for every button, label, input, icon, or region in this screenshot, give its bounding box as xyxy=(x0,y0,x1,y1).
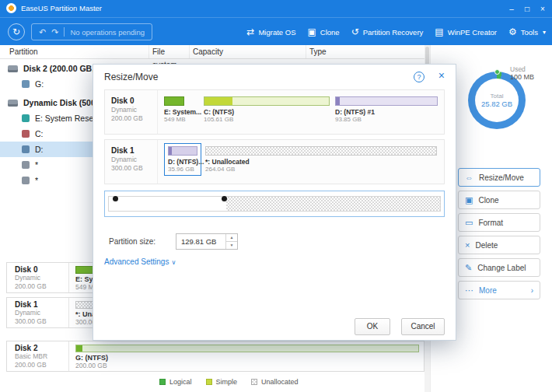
partition-size: 93.85 GB xyxy=(335,116,439,123)
disk-info: Disk 1 Dynamic 300.00 GB xyxy=(105,140,158,184)
clone-label: Clone xyxy=(320,28,340,37)
tools-label: Tools xyxy=(521,28,538,37)
partition-e[interactable]: E: System... 549 MB xyxy=(164,96,200,123)
toolbar-actions: ⇄ Migrate OS ▣ Clone ↺ Partition Recover… xyxy=(246,18,546,46)
tree-label: D: xyxy=(35,145,44,154)
table-header: Partition File system Capacity Type xyxy=(0,45,430,59)
clone-icon: ▣ xyxy=(465,196,473,205)
button-label: More xyxy=(479,286,497,295)
disk-info: Disk 0 Dynamic 200.00 GB xyxy=(105,90,158,134)
used-label: Used xyxy=(510,65,534,73)
partition-recovery-button[interactable]: ↺ Partition Recovery xyxy=(351,27,424,37)
cancel-button[interactable]: Cancel xyxy=(401,318,445,335)
format-button[interactable]: ▭ Format xyxy=(458,213,540,232)
legend-label: Simple xyxy=(216,378,238,386)
column-capacity[interactable]: Capacity xyxy=(190,45,306,58)
partition-strip: D: (NTFS)... 35.96 GB *: Unallocated 264… xyxy=(164,146,438,176)
more-icon: ⋯ xyxy=(465,286,473,295)
partition-label: G: (NTFS) xyxy=(75,354,419,362)
disk-name: Disk 2 xyxy=(15,344,68,352)
dialog-title: Resize/Move xyxy=(104,72,158,82)
used-fill xyxy=(204,97,232,105)
partition-size-value[interactable]: 129.81 GB xyxy=(181,234,216,249)
partition-recovery-label: Partition Recovery xyxy=(363,28,424,37)
disk-name: Disk 1 xyxy=(111,146,157,156)
partition-d-selected[interactable]: D: (NTFS)... 35.96 GB xyxy=(164,143,201,176)
partition-size: 200.00 GB xyxy=(75,362,419,369)
button-label: Change Label xyxy=(477,264,526,272)
disk-size: 300.00 GB xyxy=(15,317,68,326)
disk-info: Disk 2 Basic MBR 200.00 GB xyxy=(7,341,69,371)
disk-map-disk2[interactable]: Disk 2 Basic MBR 200.00 GB G: (NTFS) 200… xyxy=(6,341,424,372)
tools-icon: ⚙ xyxy=(508,27,517,37)
partition-bar xyxy=(204,96,330,106)
more-button[interactable]: ⋯ More › xyxy=(458,281,540,299)
partition-size: 264.04 GB xyxy=(205,166,438,173)
button-label: Clone xyxy=(478,196,498,205)
partition-c[interactable]: C: (NTFS) 105.61 GB xyxy=(204,96,331,123)
resize-move-button[interactable]: ⇔ Resize/Move xyxy=(458,168,540,187)
disk-size: 200.00 GB xyxy=(15,282,68,291)
clone-action-button[interactable]: ▣ Clone xyxy=(458,191,540,209)
disk-name: Disk 0 xyxy=(111,96,157,106)
partition-label: D: (NTFS) #1 xyxy=(335,108,439,116)
disk-info: Disk 1 Dynamic 300.00 GB xyxy=(7,298,69,327)
spin-up-icon[interactable]: ▲ xyxy=(226,234,237,242)
partition-size-stepper[interactable]: 129.81 GB ▲ ▼ xyxy=(176,233,238,250)
maximize-button[interactable]: □ xyxy=(519,0,535,17)
resize-icon: ⇔ xyxy=(465,173,473,182)
spin-buttons: ▲ ▼ xyxy=(225,234,237,249)
delete-icon: × xyxy=(465,241,470,250)
dialog-disk1-panel: Disk 1 Dynamic 300.00 GB D: (NTFS)... 35… xyxy=(104,139,445,184)
column-type[interactable]: Type xyxy=(306,45,430,58)
partition-unallocated[interactable]: *: Unallocated 264.04 GB xyxy=(205,146,438,173)
migrate-os-label: Migrate OS xyxy=(258,28,295,37)
partition-icon xyxy=(22,80,30,88)
tree-label: * xyxy=(35,176,38,185)
column-partition[interactable]: Partition xyxy=(0,45,149,58)
partition-cell[interactable]: G: (NTFS) 200.00 GB xyxy=(75,345,419,369)
close-button[interactable]: × xyxy=(535,0,550,17)
window-title: EaseUS Partition Master xyxy=(21,4,102,12)
change-label-button[interactable]: ✎ Change Label xyxy=(458,258,540,277)
resize-slider[interactable] xyxy=(104,191,445,217)
partition-label: D: (NTFS)... xyxy=(168,158,197,166)
disk-size: 200.00 GB xyxy=(111,114,157,123)
help-icon[interactable]: ? xyxy=(414,72,424,82)
dialog-disk0-panel: Disk 0 Dynamic 200.00 GB E: System... 54… xyxy=(104,89,445,135)
tree-label: G: xyxy=(35,79,44,89)
winpe-creator-button[interactable]: ▤ WinPE Creator xyxy=(435,27,497,37)
refresh-button[interactable]: ↻ xyxy=(8,23,25,40)
partition-size-label: Partition size: xyxy=(109,237,155,246)
unallocated-bar xyxy=(205,146,437,156)
clone-icon: ▣ xyxy=(307,27,316,37)
tools-button[interactable]: ⚙ Tools ▾ xyxy=(508,27,546,37)
column-file-system[interactable]: File system xyxy=(149,45,190,58)
donut-center: Total 25.82 GB xyxy=(475,79,519,122)
clone-button[interactable]: ▣ Clone xyxy=(307,27,339,37)
partition-d1[interactable]: D: (NTFS) #1 93.85 GB xyxy=(335,96,439,123)
spin-down-icon[interactable]: ▼ xyxy=(226,242,237,250)
partition-label: E: System... xyxy=(164,108,200,116)
resize-move-dialog: Resize/Move ? × Disk 0 Dynamic 200.00 GB… xyxy=(93,64,456,341)
disk-size: 200.00 GB xyxy=(15,361,68,369)
chevron-down-icon: ∨ xyxy=(171,259,176,266)
disk-type: Dynamic xyxy=(15,309,68,317)
redo-icon[interactable]: ↷ xyxy=(51,27,58,37)
disk-size: 300.00 GB xyxy=(111,164,157,173)
advanced-settings-link[interactable]: Advanced Settings∨ xyxy=(104,257,176,266)
minimize-button[interactable]: – xyxy=(504,0,519,17)
chevron-down-icon: ▾ xyxy=(543,29,546,36)
advanced-settings-label: Advanced Settings xyxy=(104,257,169,266)
left-drag-handle[interactable] xyxy=(113,196,118,201)
ok-button[interactable]: OK xyxy=(355,318,390,335)
used-block: Used 100 MB xyxy=(510,65,534,82)
winpe-creator-icon: ▤ xyxy=(435,27,443,37)
migrate-os-button[interactable]: ⇄ Migrate OS xyxy=(246,27,295,37)
disk-type: Dynamic xyxy=(111,106,157,114)
right-drag-handle[interactable] xyxy=(222,196,227,201)
delete-button[interactable]: × Delete xyxy=(458,236,540,254)
app-window: EaseUS Partition Master – □ × ↻ ↶ ↷ No o… xyxy=(0,0,552,392)
undo-icon[interactable]: ↶ xyxy=(39,27,46,37)
dialog-close-icon[interactable]: × xyxy=(438,69,445,82)
